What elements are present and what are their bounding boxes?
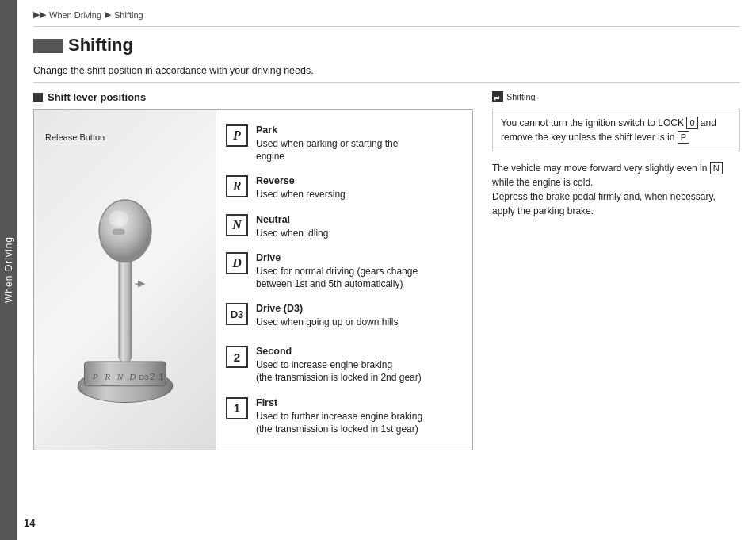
right-section-label: ⇌ Shifting xyxy=(492,91,740,102)
gear-name-park: Park xyxy=(256,124,464,136)
svg-text:2: 2 xyxy=(149,372,154,381)
gear-item-drive: D Drive Used for normal driving (gears c… xyxy=(226,246,464,297)
gear-badge-1: 1 xyxy=(226,397,248,419)
gear-name-neutral: Neutral xyxy=(256,214,464,225)
svg-text:N: N xyxy=(116,372,124,381)
note-2-post: while the engine is cold.Depress the bra… xyxy=(492,177,716,216)
gear-badge-d3: D3 xyxy=(226,303,248,325)
gear-text-d3: Drive (D3) Used when going up or down hi… xyxy=(256,303,464,328)
gear-item-reverse: R Reverse Used when reversing xyxy=(226,169,464,207)
gear-text-reverse: Reverse Used when reversing xyxy=(256,175,464,201)
gear-lever-svg: P R N D D3 2 1 xyxy=(62,141,189,419)
breadcrumb-arrow2: ▶ xyxy=(105,10,111,20)
gear-badge-p: P xyxy=(226,124,248,147)
gear-desc-d3: Used when going up or down hills xyxy=(256,316,464,328)
gear-item-first: 1 First Used to further increase engine … xyxy=(226,391,464,442)
note-1-pre: You cannot turn the ignition switch to L… xyxy=(501,117,684,128)
page-number: 14 xyxy=(24,517,35,529)
svg-point-11 xyxy=(109,211,128,228)
svg-text:1: 1 xyxy=(158,372,163,381)
page-description: Change the shift position in accordance … xyxy=(33,65,740,83)
note-2-pre: The vehicle may move forward very slight… xyxy=(492,163,707,174)
gear-desc-neutral: Used when idling xyxy=(256,227,464,239)
svg-text:P: P xyxy=(91,372,97,381)
gear-list: P Park Used when parking or starting the… xyxy=(216,110,472,450)
gear-desc-drive: Used for normal driving (gears changebet… xyxy=(256,265,464,290)
top-divider xyxy=(33,26,740,27)
gear-item-park: P Park Used when parking or starting the… xyxy=(226,118,464,169)
columns-layout: Shift lever positions Release Button xyxy=(33,91,740,530)
breadcrumb-part2: Shifting xyxy=(114,10,143,20)
section-heading: Shift lever positions xyxy=(33,91,473,103)
note-1-box2: P xyxy=(678,131,689,144)
gear-desc-park: Used when parking or starting theengine xyxy=(256,137,464,163)
gear-badge-r: R xyxy=(226,175,248,197)
gear-item-d3: D3 Drive (D3) Used when going up or down… xyxy=(226,297,464,335)
page-title: Shifting xyxy=(68,35,133,56)
svg-text:R: R xyxy=(104,372,110,381)
gear-item-neutral: N Neutral Used when idling xyxy=(226,208,464,246)
breadcrumb-part1: When Driving xyxy=(49,10,101,20)
gear-name-d3: Drive (D3) xyxy=(256,303,464,314)
gear-desc-second: Used to increase engine braking(the tran… xyxy=(256,358,464,384)
breadcrumb-arrows: ▶▶ xyxy=(33,10,46,20)
svg-text:D3: D3 xyxy=(139,373,148,381)
driving-tab-label: When Driving xyxy=(3,236,14,303)
svg-rect-12 xyxy=(113,229,124,234)
gear-text-neutral: Neutral Used when idling xyxy=(256,214,464,239)
gear-desc-first: Used to further increase engine braking(… xyxy=(256,410,464,435)
gear-text-first: First Used to further increase engine br… xyxy=(256,397,464,435)
gear-badge-2: 2 xyxy=(226,346,248,368)
gear-text-drive: Drive Used for normal driving (gears cha… xyxy=(256,252,464,290)
svg-point-10 xyxy=(99,200,151,262)
left-column: Shift lever positions Release Button xyxy=(33,91,473,530)
shifting-icon: ⇌ xyxy=(492,91,503,102)
main-content: ▶▶ When Driving ▶ Shifting Shifting Chan… xyxy=(17,0,756,540)
svg-text:⇌: ⇌ xyxy=(494,94,500,101)
gear-badge-n: N xyxy=(226,214,248,236)
diagram-box: Release Button xyxy=(33,109,473,450)
note-2: The vehicle may move forward very slight… xyxy=(492,161,740,218)
release-button-label: Release Button xyxy=(45,132,105,142)
driving-tab: When Driving xyxy=(0,0,17,540)
gear-image-area: Release Button xyxy=(34,110,216,450)
gear-name-second: Second xyxy=(256,346,464,357)
note-1-post: remove the key unless the shift lever is… xyxy=(501,132,674,143)
gear-name-reverse: Reverse xyxy=(256,175,464,186)
title-color-bar xyxy=(33,39,63,53)
right-column: ⇌ Shifting You cannot turn the ignition … xyxy=(489,91,740,530)
gear-desc-reverse: Used when reversing xyxy=(256,188,464,201)
gear-text-park: Park Used when parking or starting theen… xyxy=(256,124,464,163)
gear-item-second: 2 Second Used to increase engine braking… xyxy=(226,339,464,390)
note-1-and-text: and xyxy=(701,117,716,128)
section-heading-label: Shift lever positions xyxy=(48,91,146,103)
svg-text:D: D xyxy=(128,372,136,381)
gear-name-drive: Drive xyxy=(256,252,464,263)
heading-square-icon xyxy=(33,93,43,102)
gear-badge-d: D xyxy=(226,252,248,274)
note-1-box: You cannot turn the ignition switch to L… xyxy=(492,109,740,151)
note-2-box: N xyxy=(710,162,723,174)
right-section-text: Shifting xyxy=(506,92,536,101)
breadcrumb: ▶▶ When Driving ▶ Shifting xyxy=(33,10,740,20)
note-1-box1: 0 xyxy=(686,117,697,129)
gear-name-first: First xyxy=(256,397,464,408)
gear-text-second: Second Used to increase engine braking(t… xyxy=(256,346,464,384)
